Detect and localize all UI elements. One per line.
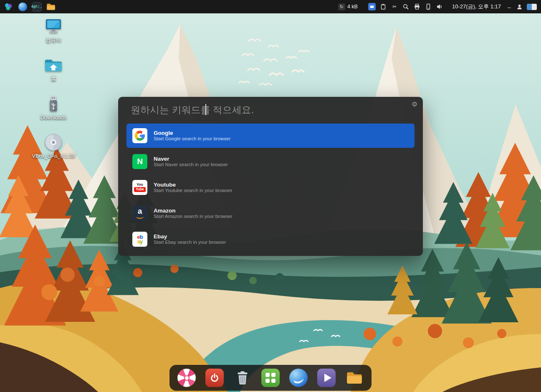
software-grid-icon bbox=[261, 369, 280, 387]
desktop: &gt;_ ↻ 4 kB bbox=[0, 0, 541, 392]
usb-drive-icon bbox=[43, 95, 63, 113]
folder-icon bbox=[345, 369, 364, 387]
network-refresh-icon: ↻ bbox=[338, 3, 345, 10]
desktop-icon-column: 컴퓨터 홈 Downloads bbox=[33, 18, 73, 159]
naver-icon: N bbox=[132, 154, 147, 169]
desktop-icon-label: 컴퓨터 bbox=[46, 38, 61, 43]
play-icon bbox=[317, 369, 336, 387]
volume-icon[interactable] bbox=[436, 3, 443, 10]
whale-browser-icon[interactable] bbox=[18, 2, 28, 12]
result-item-google[interactable]: Google Start Google search in your brows… bbox=[126, 124, 415, 148]
power-icon bbox=[205, 369, 224, 387]
hamonikr-logo-icon[interactable] bbox=[3, 2, 13, 12]
dock-software-manager[interactable] bbox=[261, 368, 280, 387]
clock[interactable]: 10-27(금), 오후 1:17 bbox=[452, 3, 501, 10]
network-usage: 4 kB bbox=[347, 4, 358, 10]
system-tray: ✂ bbox=[368, 3, 443, 10]
workspace-switcher[interactable] bbox=[527, 4, 537, 10]
result-subtitle: Start Google search in your browser bbox=[154, 137, 230, 142]
input-method-icon[interactable] bbox=[368, 3, 376, 10]
screenshot-icon[interactable]: ✂ bbox=[391, 3, 398, 10]
result-subtitle: Start Youtube search in your browser bbox=[154, 188, 233, 193]
ebay-icon: eb ay bbox=[132, 232, 147, 247]
printer-icon[interactable] bbox=[413, 3, 421, 10]
top-panel: &gt;_ ↻ 4 kB bbox=[0, 0, 541, 13]
desktop-icon-label: VBox_GAs_6.1.38 bbox=[32, 153, 75, 159]
desktop-icon-computer[interactable]: 컴퓨터 bbox=[33, 18, 73, 43]
dock-media-player[interactable] bbox=[317, 368, 336, 387]
terminal-glyph: &gt;_ bbox=[32, 2, 42, 12]
result-subtitle: Start Naver search in your browser bbox=[154, 162, 228, 167]
dock-whale-browser[interactable] bbox=[289, 368, 308, 387]
result-title: Naver bbox=[154, 156, 228, 162]
home-folder-icon bbox=[43, 56, 63, 74]
pinwheel-icon bbox=[177, 369, 196, 387]
computer-icon bbox=[43, 18, 63, 36]
result-subtitle: Start Ebay search in your browser bbox=[154, 240, 226, 245]
user-icon[interactable] bbox=[516, 3, 523, 10]
trash-icon bbox=[233, 369, 252, 387]
amazon-icon: a bbox=[132, 206, 147, 221]
desktop-icon-vbox-cd[interactable]: VBox_GAs_6.1.38 bbox=[33, 133, 73, 159]
clipboard-icon[interactable] bbox=[379, 3, 387, 10]
text-cursor bbox=[205, 104, 206, 115]
search-input[interactable] bbox=[130, 104, 390, 116]
gear-icon[interactable]: ⚙ bbox=[412, 100, 417, 108]
result-item-naver[interactable]: N Naver Start Naver search in your brows… bbox=[126, 149, 415, 174]
panel-launchers: &gt;_ bbox=[0, 2, 56, 12]
result-title: Google bbox=[154, 130, 230, 136]
search-bar: ⚙ bbox=[118, 97, 423, 123]
expand-panel-icon[interactable]: ↔ bbox=[506, 4, 512, 10]
search-results: Google Start Google search in your brows… bbox=[118, 123, 423, 251]
file-manager-icon[interactable] bbox=[46, 2, 56, 12]
result-title: Ebay bbox=[154, 234, 226, 240]
dock-trash[interactable] bbox=[233, 368, 252, 387]
whale-browser-icon bbox=[289, 369, 308, 387]
dock-hamonikr-launcher[interactable] bbox=[177, 368, 196, 387]
network-monitor[interactable]: ↻ 4 kB bbox=[338, 3, 358, 10]
desktop-icon-downloads[interactable]: Downloads bbox=[33, 95, 73, 121]
panel-tray: ↻ 4 kB ✂ bbox=[338, 3, 541, 10]
desktop-icon-home[interactable]: 홈 bbox=[33, 56, 73, 82]
browser-globe-icon bbox=[18, 3, 27, 11]
search-icon[interactable] bbox=[402, 3, 410, 10]
result-subtitle: Start Amazon search in your browser bbox=[154, 214, 233, 219]
result-title: Youtube bbox=[154, 182, 233, 188]
dock-power-button[interactable] bbox=[205, 368, 224, 387]
result-item-ebay[interactable]: eb ay Ebay Start Ebay search in your bro… bbox=[126, 227, 415, 251]
dock-file-manager[interactable] bbox=[345, 368, 364, 387]
youtube-icon: You Tube bbox=[132, 180, 147, 195]
google-icon bbox=[132, 128, 147, 143]
terminal-icon[interactable]: &gt;_ bbox=[32, 2, 42, 12]
desktop-icon-label: Downloads bbox=[40, 115, 66, 121]
cd-disc-icon bbox=[43, 133, 63, 152]
result-item-amazon[interactable]: a Amazon Start Amazon search in your bro… bbox=[126, 201, 415, 225]
phone-link-icon[interactable] bbox=[425, 3, 432, 10]
dock bbox=[169, 365, 372, 391]
result-item-youtube[interactable]: You Tube Youtube Start Youtube search in… bbox=[126, 175, 415, 200]
search-launcher: ⚙ Google Start Google search in your bro… bbox=[118, 97, 423, 256]
result-title: Amazon bbox=[154, 208, 233, 214]
desktop-icon-label: 홈 bbox=[51, 76, 56, 82]
